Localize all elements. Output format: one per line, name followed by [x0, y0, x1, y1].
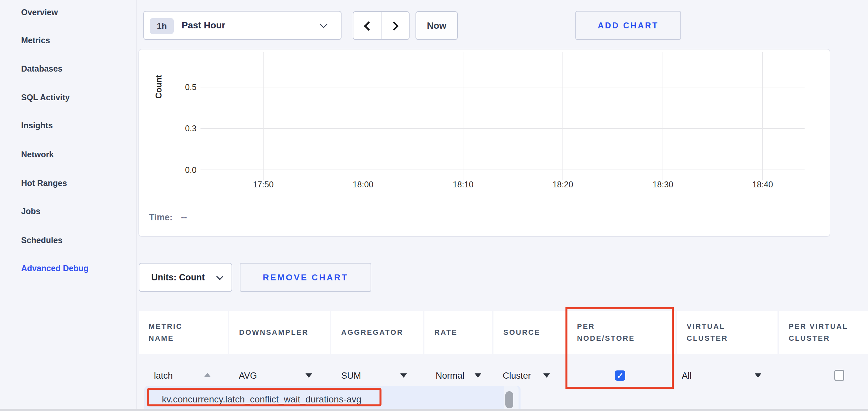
gridline-x-1810 — [463, 52, 463, 180]
time-step-forward-button[interactable] — [381, 12, 409, 39]
chevron-down-icon — [319, 20, 327, 28]
chevron-down-icon[interactable] — [306, 373, 312, 378]
virtual-cluster-select[interactable]: All — [682, 370, 692, 382]
per-virtual-cluster-checkbox[interactable] — [834, 370, 844, 381]
sidebar-item-advanced-debug[interactable]: Advanced Debug — [21, 263, 89, 273]
time-step-buttons — [353, 11, 409, 40]
sidebar-item-schedules[interactable]: Schedules — [21, 235, 62, 245]
sidebar-divider — [136, 0, 137, 411]
chevron-down-icon[interactable] — [475, 373, 481, 378]
sidebar-item-sql-activity[interactable]: SQL Activity — [21, 92, 70, 103]
sidebar-item-metrics[interactable]: Metrics — [21, 35, 50, 45]
time-range-label: Past Hour — [182, 11, 225, 39]
chart-hover-time-label: Time: — [149, 212, 173, 222]
dropdown-scrollbar-track[interactable] — [504, 386, 519, 411]
metrics-table-header: METRIC NAME DOWNSAMPLER AGGREGATOR RATE … — [139, 311, 868, 354]
y-tick-label: 0.0 — [159, 165, 196, 175]
time-step-back-button[interactable] — [353, 12, 381, 39]
chevron-up-icon[interactable] — [204, 373, 211, 377]
sidebar-item-insights[interactable]: Insights — [21, 120, 53, 131]
chevron-down-icon — [216, 273, 223, 280]
column-header-downsampler: DOWNSAMPLER — [229, 311, 330, 354]
y-tick-label: 0.5 — [159, 82, 196, 92]
remove-chart-button[interactable]: REMOVE CHART — [240, 263, 371, 292]
gridline-x-1840 — [762, 52, 763, 180]
column-header-source: SOURCE — [493, 311, 566, 354]
sidebar-item-hot-ranges[interactable]: Hot Ranges — [21, 178, 67, 189]
chevron-down-icon[interactable] — [755, 373, 761, 378]
gridline-x-1750 — [263, 52, 264, 180]
column-header-metric-name: METRIC NAME — [139, 311, 228, 354]
chart-hover-time-value: -- — [181, 212, 187, 222]
chart-hover-time: Time: -- — [149, 212, 187, 223]
x-tick-label: 18:20 — [553, 179, 574, 189]
gridline-y-00 — [200, 170, 805, 170]
add-chart-button[interactable]: ADD CHART — [576, 11, 681, 40]
chevron-left-icon — [364, 22, 373, 31]
x-tick-label: 18:00 — [353, 179, 374, 189]
chevron-down-icon[interactable] — [400, 373, 407, 378]
custom-chart-panel: Count 0.5 0.3 0.0 17:50 18:00 18:10 18:2… — [138, 49, 830, 237]
gridline-y-03 — [200, 128, 805, 129]
gridline-y-05 — [200, 87, 805, 88]
x-tick-label: 18:10 — [453, 179, 474, 189]
units-selector-label: Units: Count — [151, 264, 205, 291]
metric-name-input[interactable]: latch — [154, 370, 173, 382]
now-button[interactable]: Now — [415, 11, 458, 40]
sidebar-item-overview[interactable]: Overview — [21, 7, 58, 18]
gridline-x-1830 — [662, 52, 663, 180]
sidebar-item-jobs[interactable]: Jobs — [21, 206, 40, 216]
x-tick-label: 18:40 — [752, 179, 773, 189]
sidebar-item-network[interactable]: Network — [21, 149, 54, 160]
chevron-down-icon[interactable] — [543, 373, 550, 378]
time-range-badge: 1h — [150, 18, 174, 34]
bottom-edge-strip — [0, 409, 868, 411]
column-header-aggregator: AGGREGATOR — [331, 311, 423, 354]
gridline-x-1800 — [363, 52, 363, 180]
dropdown-scrollbar-thumb[interactable] — [505, 391, 513, 408]
y-tick-label: 0.3 — [159, 123, 196, 133]
source-select[interactable]: Cluster — [503, 370, 531, 382]
aggregator-select[interactable]: SUM — [341, 370, 361, 382]
gridline-x-1820 — [562, 52, 563, 180]
annotation-box-metric-suggestion — [147, 388, 381, 406]
units-selector[interactable]: Units: Count — [139, 263, 232, 292]
rate-select[interactable]: Normal — [436, 370, 464, 382]
chevron-right-icon — [390, 22, 399, 31]
sidebar: Overview Metrics Databases SQL Activity … — [0, 0, 136, 411]
x-tick-label: 18:30 — [653, 179, 674, 189]
downsampler-select[interactable]: AVG — [239, 370, 257, 382]
column-header-virtual-cluster: VIRTUAL CLUSTER — [677, 311, 777, 354]
column-header-per-virtual-cluster: PER VIRTUAL CLUSTER — [779, 311, 868, 354]
time-range-selector[interactable]: 1h Past Hour — [143, 11, 342, 40]
x-tick-label: 17:50 — [253, 179, 274, 189]
column-header-rate: RATE — [425, 311, 492, 354]
sidebar-item-databases[interactable]: Databases — [21, 63, 62, 74]
annotation-box-per-node-store — [565, 307, 674, 389]
